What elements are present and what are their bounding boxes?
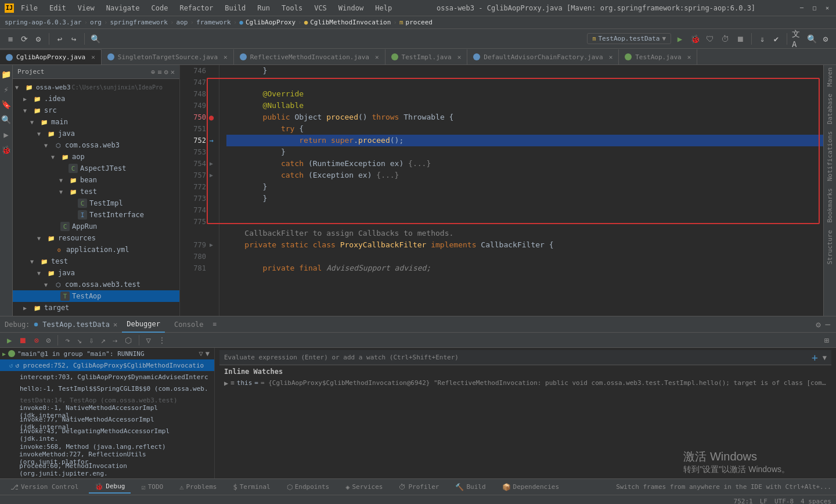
bc-proceed[interactable]: proceed [406, 19, 433, 26]
evaluate-icon[interactable]: ⬡ [122, 334, 134, 346]
bookmarks-right-toggle[interactable]: Bookmarks [826, 188, 834, 223]
sidebar-close-icon[interactable]: ✕ [171, 68, 175, 76]
toolbar-sync-icon[interactable]: ⟳ [19, 33, 30, 45]
coverage-button[interactable]: 🛡 [704, 33, 716, 45]
tree-idea-folder[interactable]: ▶ 📁 .idea [13, 93, 179, 105]
debug-mute-icon[interactable]: ⊘ [44, 334, 53, 346]
tab-profiler[interactable]: ⏱ Profiler [393, 481, 445, 494]
tab-close-2[interactable]: ✕ [375, 53, 379, 61]
tab-cglibaopproxy[interactable]: CglibAopProxy.java ✕ [0, 49, 102, 64]
menu-tools[interactable]: Tools [279, 3, 305, 13]
debug-run-button[interactable]: 🐞 [689, 33, 701, 45]
debug-tab-debugger[interactable]: Debugger [122, 316, 165, 333]
structure-panel-toggle[interactable]: ⚡ [2, 82, 9, 96]
force-step-into-icon[interactable]: ⇩ [87, 334, 96, 346]
thread-filter-icon[interactable]: ▽ [199, 350, 203, 358]
minimize-button[interactable]: ─ [798, 4, 806, 12]
tab-close-4[interactable]: ✕ [609, 53, 613, 61]
menu-help[interactable]: Help [373, 3, 394, 13]
tab-endpoints[interactable]: ⬡ Endpoints [281, 481, 336, 494]
debug-more-icon[interactable]: ⋮ [156, 334, 168, 346]
step-out-icon[interactable]: ↗ [99, 334, 108, 346]
debug-settings-icon[interactable]: ⚙ [815, 319, 821, 330]
tree-target-folder[interactable]: ▶ 📁 target [13, 302, 179, 314]
debug-resume-icon[interactable]: ▶ [5, 334, 14, 346]
close-button[interactable]: ✕ [823, 4, 831, 12]
step-over-icon[interactable]: ↷ [63, 334, 72, 346]
debug-stop-icon[interactable]: ⏹ [16, 334, 29, 346]
tree-testaop[interactable]: T TestAop [13, 290, 179, 302]
tab-dependencies[interactable]: 📦 Dependencies [496, 481, 565, 494]
tab-services[interactable]: ◈ Services [340, 481, 388, 494]
debug-frame-invoke43[interactable]: invoke:43, DelegatingMethodAccessorImpl … [0, 429, 214, 441]
eval-bar[interactable]: Evaluate expression (Enter) or add a wat… [219, 350, 831, 365]
run-button[interactable]: ▶ [673, 33, 686, 45]
tree-test-src-folder[interactable]: ▼ 📁 test [13, 255, 179, 267]
toolbar-settings-icon[interactable]: ⚙ [33, 33, 44, 45]
tree-application-yml[interactable]: ⚙ application.yml [13, 244, 179, 255]
tab-close-0[interactable]: ✕ [91, 53, 95, 61]
maximize-button[interactable]: □ [810, 4, 819, 12]
bc-cglibaopproxy[interactable]: CglibAopProxy [246, 19, 296, 26]
tab-reflectivemethodinvocation[interactable]: ReflectiveMethodInvocation.java ✕ [234, 49, 385, 64]
tree-test-java-folder[interactable]: ▼ 📁 java [13, 267, 179, 279]
debug-frame-proceed60[interactable]: proceed:60, MethodInvocation (org.junit.… [0, 464, 214, 476]
tree-package-comossaweb3test[interactable]: ▼ ⬡ com.ossa.web3.test [13, 279, 179, 290]
toolbar-translation-icon[interactable]: 文A [792, 33, 803, 45]
bc-aop[interactable]: aop [176, 19, 188, 26]
tree-java-folder[interactable]: ▼ 📁 java [13, 128, 179, 139]
tree-test-folder-inner[interactable]: ▼ 📁 test [13, 186, 179, 197]
tree-testimpl[interactable]: C TestImpl [13, 197, 179, 209]
debug-view-breakpoints-icon[interactable]: ⊗ [31, 334, 41, 346]
database-panel-toggle[interactable]: Database [826, 93, 834, 124]
step-into-icon[interactable]: ↘ [75, 334, 84, 346]
bc-springframework[interactable]: springframework [110, 19, 168, 26]
run-to-cursor-icon[interactable]: ⇢ [110, 334, 120, 346]
tree-package-comossaweb3[interactable]: ▼ ⬡ com.ossa.web3 [13, 139, 179, 151]
tab-close-5[interactable]: ✕ [687, 53, 691, 61]
menu-navigate[interactable]: Navigate [104, 3, 142, 13]
tree-resources-folder[interactable]: ▼ 📁 resources [13, 232, 179, 244]
sidebar-locate-icon[interactable]: ⊕ [151, 68, 155, 76]
project-panel-toggle[interactable]: 📁 [0, 67, 12, 81]
menu-vcs[interactable]: VCS [312, 3, 329, 13]
menu-file[interactable]: File [19, 3, 40, 13]
toolbar-vcs-update[interactable]: ⇓ [756, 33, 768, 45]
add-watch-button[interactable]: + [812, 351, 818, 363]
toolbar-search-icon[interactable]: 🔍 [89, 33, 101, 45]
tab-close-1[interactable]: ✕ [224, 53, 228, 61]
tab-close-3[interactable]: ✕ [457, 53, 462, 61]
tree-bean-folder[interactable]: ▼ 📁 bean [13, 174, 179, 186]
debug-frame-proceed[interactable]: ↺ ↺ proceed:752, CglibAopProxy$CglibMeth… [0, 359, 214, 371]
sidebar-settings-icon[interactable]: ⚙ [164, 68, 168, 76]
bc-cglibmethodinvocation[interactable]: CglibMethodInvocation [310, 19, 391, 26]
maven-panel-toggle[interactable]: Maven [826, 67, 834, 87]
tree-apprun[interactable]: C AppRun [13, 221, 179, 232]
thread-expand-icon[interactable]: ▼ [206, 350, 210, 358]
tree-testinterface[interactable]: I TestInterface [13, 209, 179, 221]
bc-framework[interactable]: framework [196, 19, 231, 26]
tab-version-control[interactable]: ⎇ Version Control [5, 481, 84, 494]
tab-singletontargetsource[interactable]: SingletonTargetSource.java ✕ [102, 49, 234, 64]
debug-config-close[interactable]: ✕ [113, 321, 117, 329]
profile-button[interactable]: ⏱ [719, 33, 732, 45]
find-panel-toggle[interactable]: 🔍 [0, 113, 12, 127]
run-config-selector[interactable]: m TestAop.testData ▼ [587, 33, 671, 44]
notifications-panel-toggle[interactable]: Notifications [826, 131, 834, 181]
debug-frame-hello[interactable]: hello:-1, TestImpl$$SpringCGLIB$$0 (com.… [0, 383, 214, 394]
menu-view[interactable]: View [75, 3, 97, 13]
tab-build[interactable]: 🔨 Build [449, 481, 491, 494]
menu-build[interactable]: Build [222, 3, 248, 13]
tab-testimpl[interactable]: TestImpl.java ✕ [385, 49, 468, 64]
bc-org[interactable]: org [90, 19, 102, 26]
menu-run[interactable]: Run [255, 3, 272, 13]
toolbar-redo-icon[interactable]: ↪ [68, 33, 80, 45]
tab-problems[interactable]: ⚠ Problems [174, 481, 222, 494]
tab-debug-bottom[interactable]: 🐞 Debug [89, 481, 131, 494]
toolbar-vcs-commit[interactable]: ✔ [770, 33, 782, 45]
debug-tab-console[interactable]: Console [170, 316, 208, 333]
tree-aop-folder[interactable]: ▼ 📁 aop [13, 151, 179, 163]
tab-testaop[interactable]: TestAop.java ✕ [619, 49, 697, 64]
tree-aspectjtest[interactable]: C AspectJTest [13, 163, 179, 174]
run-panel-toggle[interactable]: ▶ [2, 128, 9, 142]
